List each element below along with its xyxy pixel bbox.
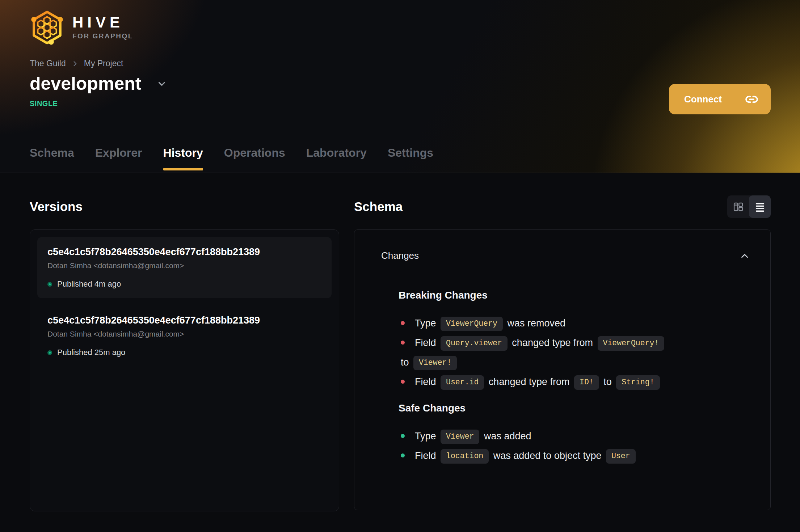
changes-body: Breaking Changes Type ViewerQuery was re… <box>375 290 750 465</box>
list-view-button[interactable] <box>749 195 771 218</box>
version-status-row: Published 25m ago <box>47 348 321 357</box>
version-author: Dotan Simha <dotansimha@gmail.com> <box>47 261 321 270</box>
versions-panel: c5e4c1c5f78b26465350e4ecf677cf188bb21389… <box>30 229 339 511</box>
header: HIVE FOR GRAPHQL The Guild My Project de… <box>0 0 800 173</box>
code-chip: Query.viewer <box>441 336 508 351</box>
connect-button[interactable]: Connect <box>669 84 771 114</box>
code-chip: String! <box>616 375 660 390</box>
version-card[interactable]: c5e4c1c5f78b26465350e4ecf677cf188bb21389… <box>37 237 332 298</box>
code-chip: Viewer <box>441 430 479 444</box>
published-dot-icon <box>47 350 52 355</box>
published-dot-icon <box>47 282 52 287</box>
versions-heading: Versions <box>30 199 83 214</box>
safe-changes-heading: Safe Changes <box>399 402 750 414</box>
version-hash: c5e4c1c5f78b26465350e4ecf677cf188bb21389 <box>47 246 321 258</box>
target-mode-badge: SINGLE <box>30 100 771 108</box>
page-title: development <box>30 73 141 94</box>
bullet-icon <box>401 321 405 325</box>
link-icon <box>745 93 758 106</box>
hive-logo-icon <box>30 10 64 45</box>
code-chip: ID! <box>574 375 599 390</box>
changes-collapse-header[interactable]: Changes <box>375 230 750 261</box>
tab-laboratory[interactable]: Laboratory <box>306 146 367 173</box>
brand-logo[interactable]: HIVE FOR GRAPHQL <box>30 10 133 45</box>
schema-view-toggle <box>727 195 771 218</box>
tab-operations[interactable]: Operations <box>224 146 285 173</box>
bullet-icon <box>401 453 405 457</box>
code-chip: User.id <box>441 375 484 390</box>
schema-column: Schema <box>354 195 771 511</box>
brand-tagline: FOR GRAPHQL <box>72 32 133 40</box>
code-chip: User <box>606 449 636 464</box>
version-card[interactable]: c5e4c1c5f78b26465350e4ecf677cf188bb21389… <box>37 305 332 367</box>
version-hash: c5e4c1c5f78b26465350e4ecf677cf188bb21389 <box>47 315 321 326</box>
version-author: Dotan Simha <dotansimha@gmail.com> <box>47 330 321 338</box>
chevron-right-icon <box>71 60 79 67</box>
connect-label: Connect <box>684 94 722 105</box>
safe-changes-list: Type Viewer was addedField location was … <box>399 426 750 465</box>
version-status: Published 4m ago <box>57 279 121 289</box>
tab-history[interactable]: History <box>163 146 203 173</box>
change-item: Field location was added to object type … <box>399 446 750 465</box>
version-status: Published 25m ago <box>57 348 125 357</box>
change-item: Type ViewerQuery was removed <box>399 313 750 333</box>
split-view-button[interactable] <box>727 195 749 218</box>
bullet-icon <box>401 341 405 345</box>
change-item: Field User.id changed type from ID! to S… <box>399 372 750 392</box>
breaking-changes-heading: Breaking Changes <box>399 290 750 301</box>
change-item: Field Query.viewer changed type from Vie… <box>399 333 750 372</box>
tab-settings[interactable]: Settings <box>388 146 433 173</box>
breadcrumb-org[interactable]: The Guild <box>30 59 66 68</box>
chevron-up-icon <box>739 250 750 261</box>
versions-column: Versions c5e4c1c5f78b26465350e4ecf677cf1… <box>30 195 339 511</box>
tab-explorer[interactable]: Explorer <box>95 146 142 173</box>
tab-schema[interactable]: Schema <box>30 146 74 173</box>
breaking-changes-list: Type ViewerQuery was removedField Query.… <box>399 313 750 392</box>
target-selector-button[interactable] <box>155 77 169 90</box>
tab-bar: Schema Explorer History Operations Labor… <box>30 146 433 173</box>
schema-heading: Schema <box>354 199 403 214</box>
schema-changes-panel: Changes Breaking Changes Type ViewerQuer… <box>354 229 771 510</box>
bullet-icon <box>401 380 405 384</box>
brand-text: HIVE FOR GRAPHQL <box>72 15 133 40</box>
version-status-row: Published 4m ago <box>47 279 321 289</box>
change-item: Type Viewer was added <box>399 426 750 446</box>
list-view-icon <box>754 201 766 212</box>
changes-title: Changes <box>375 250 419 261</box>
chevron-down-icon <box>156 78 167 89</box>
code-chip: location <box>441 449 489 464</box>
code-chip: Viewer! <box>413 356 457 370</box>
code-chip: ViewerQuery! <box>598 336 665 351</box>
brand-name: HIVE <box>72 15 133 30</box>
columns-view-icon <box>733 201 744 212</box>
breadcrumb-project[interactable]: My Project <box>84 59 123 68</box>
bullet-icon <box>401 434 405 438</box>
code-chip: ViewerQuery <box>441 317 503 331</box>
main-content: Versions c5e4c1c5f78b26465350e4ecf677cf1… <box>0 173 800 511</box>
title-row: development <box>30 73 771 94</box>
breadcrumb: The Guild My Project <box>30 59 771 68</box>
